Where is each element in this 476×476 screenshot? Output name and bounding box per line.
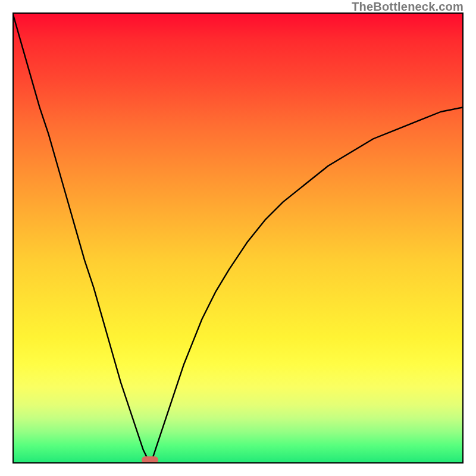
axis-frame-right bbox=[462, 12, 464, 464]
axis-frame-top bbox=[12, 12, 464, 14]
axis-frame-bottom bbox=[12, 462, 464, 464]
axis-frame-left bbox=[12, 12, 14, 464]
curve-layer bbox=[12, 12, 464, 464]
plot-area bbox=[12, 12, 464, 464]
chart-container: TheBottleneck.com bbox=[0, 0, 476, 476]
watermark-text: TheBottleneck.com bbox=[352, 0, 464, 14]
bottleneck-curve bbox=[12, 12, 464, 464]
